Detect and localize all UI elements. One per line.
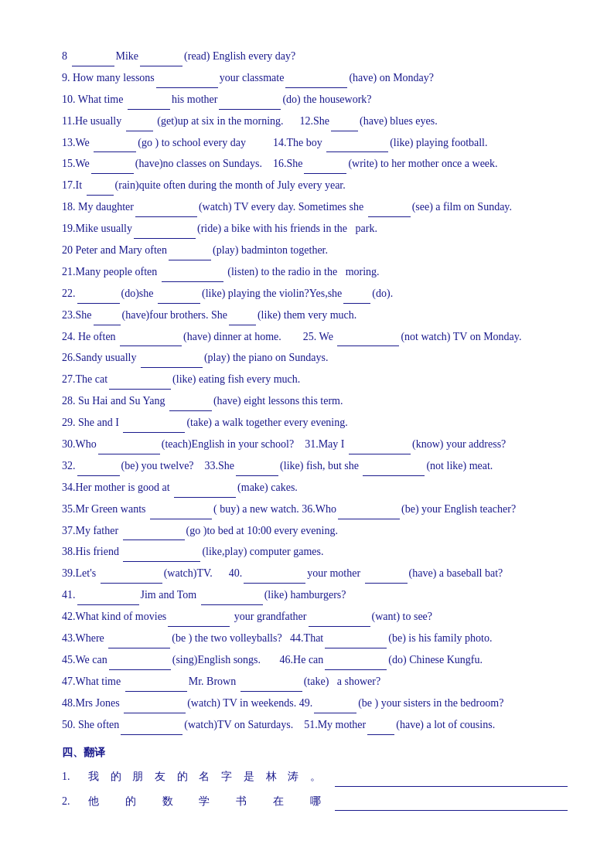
trans-num-2: 2.: [62, 791, 80, 811]
line-19: 19.Mike usually(ride) a bike with his fr…: [62, 219, 568, 239]
blank-22-2: [158, 303, 200, 304]
blank-47-1: [125, 691, 187, 692]
blank-41-2: [201, 604, 263, 605]
worksheet-content: 8 Mike(read) English every day? 9. How m…: [62, 46, 568, 811]
blank-23-1: [94, 325, 121, 325]
blank-39-2: [244, 583, 305, 584]
line-20: 20 Peter and Mary often(play) badminton …: [62, 240, 568, 260]
line-34: 34.Her mother is good at (make) cakes.: [62, 478, 568, 498]
line-35: 35.Mr Green wants ( buy) a new watch. 36…: [62, 499, 568, 519]
blank-32-2: [236, 475, 278, 476]
trans-chars-1: 我 的 朋 友 的 名 字 是 林 涛 。: [80, 767, 329, 786]
line-47: 47.What time Mr. Brown (take) a shower?: [62, 672, 568, 692]
blank-11-1: [126, 131, 153, 131]
blank-41-1: [77, 604, 139, 605]
blank-38-1: [123, 561, 200, 562]
line-21: 21.Many people often (listen) to the rad…: [62, 262, 568, 282]
blank-9-1: [156, 87, 218, 88]
blank-19-1: [134, 238, 196, 239]
line-11: 11.He usually (get)up at six in the morn…: [62, 111, 568, 131]
line-45: 45.We can(sing)English songs. 46.He can(…: [62, 650, 568, 670]
line-37: 37.My father (go )to bed at 10:00 every …: [62, 521, 568, 541]
blank-28-1: [169, 410, 212, 411]
blank-9-2: [285, 87, 347, 88]
blank-43-1: [108, 648, 170, 648]
blank-34-1: [174, 497, 236, 498]
blank-39-1: [101, 583, 162, 584]
blank-24-2: [337, 345, 399, 346]
blank-48-1: [124, 713, 186, 713]
blank-10-1: [128, 109, 170, 110]
line-48: 48.Mrs Jones (watch) TV in weekends. 49.…: [62, 693, 568, 713]
blank-8-1: [72, 66, 114, 66]
blank-22-1: [77, 303, 120, 304]
translation-row-1: 1. 我 的 朋 友 的 名 字 是 林 涛 。: [62, 767, 568, 786]
blank-21-1: [162, 281, 223, 282]
blank-8-2: [140, 66, 182, 66]
line-24: 24. He often (have) dinner at home. 25. …: [62, 327, 568, 347]
blank-13-1: [94, 151, 136, 152]
line-50: 50. She often(watch)TV on Saturdays. 51.…: [62, 715, 568, 735]
line-18: 18. My daughter(watch) TV every day. Som…: [62, 197, 568, 217]
blank-22-3: [343, 303, 370, 304]
blank-42-1: [168, 626, 230, 627]
blank-27-1: [109, 389, 171, 390]
line-28: 28. Su Hai and Su Yang (have) eight less…: [62, 391, 568, 411]
blank-30-1: [98, 454, 160, 454]
blank-18-1: [135, 216, 197, 217]
blank-50-1: [121, 734, 182, 735]
line-8: 8 Mike(read) English every day?: [62, 46, 568, 66]
trans-chars-2: 他 的 数 学 书 在 哪: [80, 791, 329, 811]
trans-answer-1: [335, 771, 568, 787]
blank-10-2: [219, 109, 281, 110]
blank-20-1: [169, 260, 211, 260]
blank-24-1: [120, 345, 182, 346]
blank-32-3: [363, 475, 425, 476]
blank-42-2: [309, 626, 370, 627]
blank-26-1: [141, 367, 203, 368]
blank-50-2: [367, 734, 394, 735]
line-38: 38.His friend (like,play) computer games…: [62, 542, 568, 562]
section-title-translation: 四、翻译: [62, 743, 568, 763]
blank-43-2: [325, 648, 387, 648]
blank-17-1: [87, 195, 114, 196]
blank-11-2: [331, 131, 358, 131]
blank-37-1: [123, 540, 185, 540]
trans-answer-2: [335, 795, 568, 811]
line-17: 17.It (rain)quite often during the month…: [62, 175, 568, 196]
blank-35-2: [338, 519, 400, 519]
line-10: 10. What time his mother(do) the housewo…: [62, 90, 568, 110]
blank-45-1: [109, 669, 171, 670]
blank-23-2: [229, 325, 256, 325]
line-15: 15.We(have)no classes on Sundays. 16.She…: [62, 154, 568, 174]
line-32: 32.(be) you twelve? 33.She(like) fish, b…: [62, 456, 568, 476]
blank-35-1: [150, 519, 212, 519]
line-27: 27.The cat(like) eating fish every much.: [62, 369, 568, 390]
blank-45-2: [325, 669, 387, 670]
line-26: 26.Sandy usually (play) the piano on Sun…: [62, 348, 568, 368]
line-43: 43.Where (be ) the two volleyballs? 44.T…: [62, 628, 568, 648]
line-13: 13.We (go ) to school every day 14.The b…: [62, 133, 568, 153]
blank-30-2: [349, 454, 411, 454]
line-41: 41.Jim and Tom (like) hamburgers?: [62, 585, 568, 605]
line-23: 23.She(have)four brothers. She(like) the…: [62, 305, 568, 325]
blank-15-2: [304, 173, 346, 174]
line-9: 9. How many lessonsyour classmate(have) …: [62, 68, 568, 88]
trans-num-1: 1.: [62, 767, 80, 786]
blank-47-2: [240, 691, 302, 692]
line-30: 30.Who(teach)English in your school? 31.…: [62, 434, 568, 454]
blank-48-2: [314, 713, 356, 713]
line-29: 29. She and I (take) a walk together eve…: [62, 413, 568, 433]
blank-13-2: [326, 151, 388, 152]
blank-32-1: [77, 475, 120, 476]
blank-15-1: [91, 173, 134, 174]
blank-18-2: [368, 216, 411, 217]
line-42: 42.What kind of movies your grandfather(…: [62, 607, 568, 627]
blank-39-3: [365, 583, 408, 584]
line-22: 22.(do)she (like) playing the violin?Yes…: [62, 284, 568, 304]
blank-29-1: [123, 432, 185, 433]
translation-row-2: 2. 他 的 数 学 书 在 哪: [62, 791, 568, 811]
line-39: 39.Let's (watch)TV. 40.your mother (have…: [62, 563, 568, 584]
